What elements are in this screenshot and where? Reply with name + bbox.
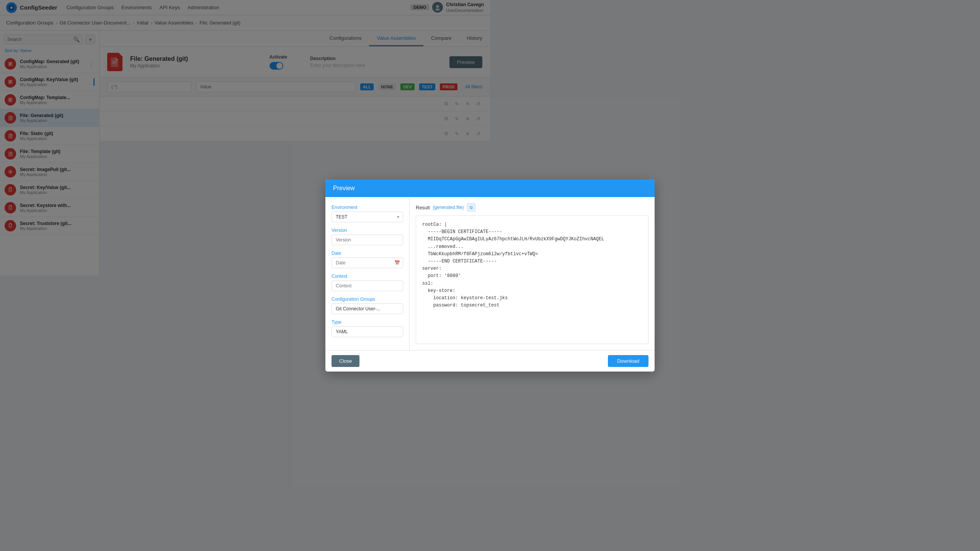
preview-modal: Preview Environment TEST DEV PROD — [325, 179, 490, 276]
version-label: Version — [332, 228, 403, 233]
result-label: Result — [416, 205, 430, 210]
copy-result-button[interactable]: ⧉ — [467, 203, 475, 212]
modal-left-panel: Environment TEST DEV PROD Version Date — [325, 197, 410, 276]
context-group: Context — [332, 274, 403, 276]
code-preview: rootCa: | -----BEGIN CERTIFICATE----- MI… — [416, 215, 490, 276]
modal-header: Preview — [325, 179, 490, 197]
result-header: Result (generated.file) ⧉ — [416, 203, 490, 212]
date-input-wrapper: 📅 — [332, 258, 403, 268]
date-group: Date 📅 — [332, 251, 403, 268]
version-group: Version — [332, 228, 403, 245]
generated-file-label: (generated.file) — [433, 205, 464, 210]
version-input[interactable] — [332, 235, 403, 245]
modal-right-panel: Result (generated.file) ⧉ rootCa: | ----… — [410, 197, 490, 276]
environment-label: Environment — [332, 205, 403, 210]
modal-overlay[interactable]: Preview Environment TEST DEV PROD — [0, 0, 490, 276]
modal-title: Preview — [333, 185, 355, 191]
calendar-icon: 📅 — [394, 260, 400, 266]
environment-select[interactable]: TEST DEV PROD — [332, 212, 403, 222]
modal-body: Environment TEST DEV PROD Version Date — [325, 197, 490, 276]
date-label: Date — [332, 251, 403, 256]
date-input[interactable] — [332, 258, 403, 268]
environment-group: Environment TEST DEV PROD — [332, 205, 403, 222]
context-label: Context — [332, 274, 403, 276]
environment-select-wrapper: TEST DEV PROD — [332, 212, 403, 222]
